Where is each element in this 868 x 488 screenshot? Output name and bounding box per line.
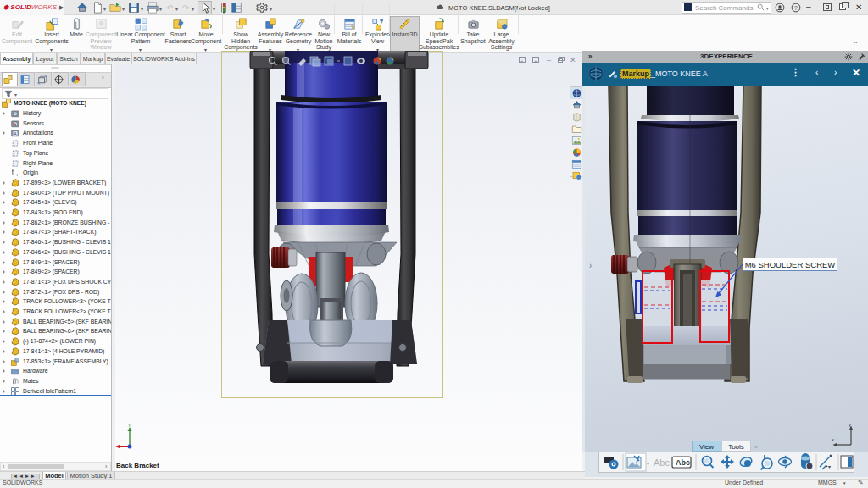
svg-text:x: x (832, 437, 834, 442)
svg-text:▾: ▾ (828, 464, 831, 469)
svg-text:Y: Y (128, 424, 131, 428)
svg-text:?: ? (794, 5, 798, 11)
svg-text:y: y (849, 423, 851, 427)
svg-text:Abc: Abc (654, 458, 670, 468)
svg-text:▾: ▾ (647, 461, 649, 466)
svg-text:Abc: Abc (676, 458, 690, 467)
